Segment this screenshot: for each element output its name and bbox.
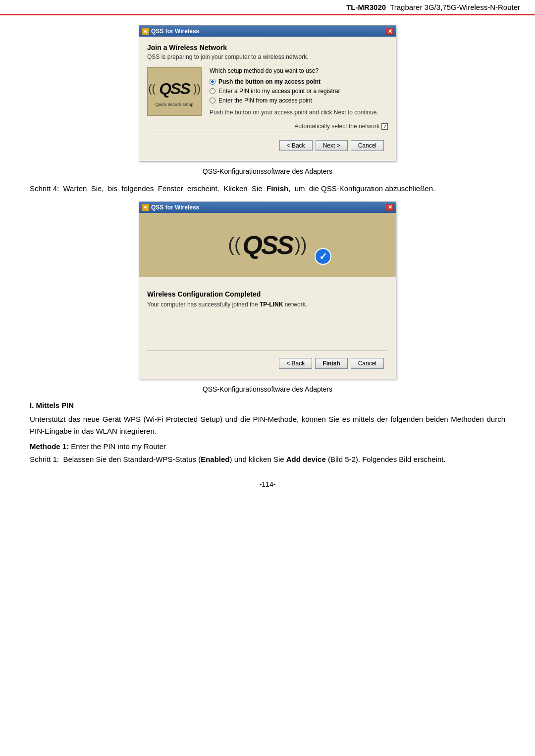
dialog2-separator <box>147 351 388 351</box>
completion-text-part1: Your computer has successfully joined th… <box>147 301 260 308</box>
dialog1-next-button[interactable]: Next > <box>316 140 348 151</box>
page-header: TL-MR3020 Tragbarer 3G/3,75G-Wireless-N-… <box>0 0 535 15</box>
section-i-heading: I. Mittels PIN <box>30 401 505 409</box>
radio-option-3[interactable]: Enter the PIN from my access point <box>210 97 388 104</box>
dialog1-hint: Push the button on your access point and… <box>210 109 388 116</box>
dialog1-footer: < Back Next > Cancel <box>147 137 388 154</box>
step4-finish-label: Finish <box>267 184 288 193</box>
step1-enabled: Enabled <box>201 455 229 463</box>
banner-qss-logo: QSS <box>241 230 295 260</box>
dialog1-icon: W <box>142 28 149 35</box>
dialog-qss-join: W QSS for Wireless ✕ Join a Wireless Net… <box>139 25 396 161</box>
dialog1-title-text: QSS for Wireless <box>151 28 199 35</box>
qss-logo-label: Quick secure setup <box>155 102 193 107</box>
header-description: Tragbarer 3G/3,75G-Wireless-N-Router <box>390 3 520 11</box>
method1-label-bold: Methode 1: <box>30 442 69 451</box>
dialog2-titlebar: W QSS for Wireless ✕ <box>139 202 396 213</box>
dialog2-finish-button[interactable]: Finish <box>315 358 347 369</box>
dialog1-separator <box>147 133 388 133</box>
dialog2-close-button[interactable]: ✕ <box>386 204 394 211</box>
method1-label-text: Enter the PIN into my Router <box>69 442 166 451</box>
checkbox-label: Automatically select the network <box>295 123 379 130</box>
dialog1-checkbox-row: Automatically select the network ✓ <box>147 123 388 130</box>
dialog2-icon: W <box>142 204 149 211</box>
step1-text-2: ) und klicken Sie <box>230 455 286 463</box>
step4-text: Schritt 4: Warten Sie, bis folgendes Fen… <box>30 183 505 195</box>
checkmark-icon: ✓ <box>315 248 331 265</box>
qss-logo-text: QSS <box>157 79 192 99</box>
method1-label: Methode 1: Enter the PIN into my Router <box>30 442 505 451</box>
dialog2-body: Wireless Configuration Completed Your co… <box>139 283 396 379</box>
dialog2-title-left: W QSS for Wireless <box>142 204 199 211</box>
dialog1-question: Which setup method do you want to use? <box>210 67 388 74</box>
page-content: W QSS for Wireless ✕ Join a Wireless Net… <box>0 25 535 508</box>
dialog1-body: Join a Wireless Network QSS is preparing… <box>139 37 396 161</box>
completion-text: Your computer has successfully joined th… <box>147 301 388 308</box>
dialog1-main-row: (( QSS )) Quick secure setup Which setup… <box>147 67 388 116</box>
model-number: TL-MR3020 <box>346 3 386 11</box>
step1-text-1: Schritt 1: Belassen Sie den Standard-WPS… <box>30 455 201 463</box>
dialog1-titlebar: W QSS for Wireless ✕ <box>139 26 396 37</box>
qss-banner: (( QSS )) ✓ <box>139 213 396 277</box>
step1-block: Schritt 1: Belassen Sie den Standard-WPS… <box>30 454 505 465</box>
dialog2-footer: < Back Finish Cancel <box>147 355 388 372</box>
page-number: -114- <box>30 480 505 488</box>
dialog1-options: Which setup method do you want to use? P… <box>210 67 388 116</box>
caption-2: QSS-Konfigurationssoftware des Adapters <box>30 385 505 393</box>
completion-title: Wireless Configuration Completed <box>147 290 388 298</box>
completion-text-part2: network. <box>283 301 307 308</box>
qss-logo-box: (( QSS )) Quick secure setup <box>147 67 202 116</box>
radio-option-2[interactable]: Enter a PIN into my access point or a re… <box>210 88 388 95</box>
radio-label-2: Enter a PIN into my access point or a re… <box>218 88 340 95</box>
dialog1-subtitle: QSS is preparing to join your computer t… <box>147 53 388 60</box>
radio-button-1[interactable] <box>210 79 215 85</box>
dialog1-cancel-button[interactable]: Cancel <box>351 140 384 151</box>
dialog1-close-button[interactable]: ✕ <box>386 28 394 35</box>
radio-label-1: Push the button on my access point <box>218 78 321 85</box>
dialog2-back-button[interactable]: < Back <box>279 358 312 369</box>
radio-button-3[interactable] <box>210 98 215 103</box>
radio-button-2[interactable] <box>210 88 215 94</box>
dialog1-back-button[interactable]: < Back <box>279 140 313 151</box>
step1-text-3: (Bild 5-2). Folgendes Bild erscheint. <box>326 455 446 463</box>
dialog1-title-left: W QSS for Wireless <box>142 28 199 35</box>
radio-label-3: Enter the PIN from my access point <box>218 97 312 104</box>
dialog-qss-complete: W QSS for Wireless ✕ (( QSS )) ✓ Wireles… <box>139 202 396 379</box>
dialog1-section-title: Join a Wireless Network <box>147 44 388 51</box>
dialog2-cancel-button[interactable]: Cancel <box>351 358 384 369</box>
section-i-body1: Unterstützt das neue Gerät WPS (Wi-Fi Pr… <box>30 413 505 437</box>
tp-link-brand: TP-LINK <box>260 301 283 308</box>
step1-add-device: Add device <box>286 455 326 463</box>
dialog2-title-text: QSS for Wireless <box>151 204 199 211</box>
auto-select-checkbox[interactable]: ✓ <box>381 123 388 130</box>
radio-option-1[interactable]: Push the button on my access point <box>210 78 388 85</box>
caption-1: QSS-Konfigurationssoftware des Adapters <box>30 167 505 175</box>
